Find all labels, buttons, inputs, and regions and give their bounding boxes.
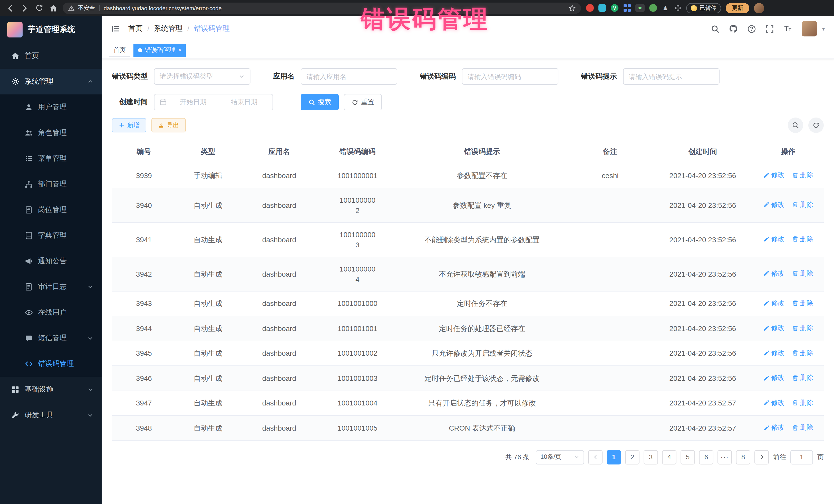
next-page-button[interactable] — [754, 450, 769, 464]
extensions-puzzle-icon[interactable] — [674, 4, 682, 12]
refresh-icon[interactable] — [808, 117, 824, 133]
sidebar-item-tools[interactable]: 研发工具 — [0, 402, 102, 428]
extension-v-icon[interactable]: V — [611, 4, 618, 12]
extension-grid-icon[interactable] — [623, 4, 631, 12]
browser-home-icon[interactable] — [48, 3, 59, 13]
bookmark-star-icon[interactable] — [569, 4, 576, 12]
edit-link[interactable]: 修改 — [763, 268, 785, 279]
sidebar-item-dept[interactable]: 部门管理 — [0, 171, 102, 197]
delete-link[interactable]: 删除 — [792, 323, 813, 333]
extension-record-icon[interactable] — [586, 4, 594, 12]
help-icon[interactable] — [747, 24, 756, 33]
edit-link[interactable]: 修改 — [763, 422, 785, 433]
sidebar-item-infra[interactable]: 基础设施 — [0, 377, 102, 402]
page-button[interactable]: ··· — [718, 450, 732, 464]
delete-link[interactable]: 删除 — [792, 268, 813, 279]
cell-app: dashboard — [240, 291, 318, 316]
logo-image — [7, 22, 23, 37]
error-code-type-select[interactable]: 请选择错误码类型 — [154, 68, 250, 85]
close-icon[interactable]: × — [178, 47, 181, 53]
breadcrumb-item[interactable]: 系统管理 — [154, 24, 183, 34]
page-size-select[interactable]: 10条/页 — [536, 450, 584, 464]
sidebar-item-post[interactable]: 岗位管理 — [0, 197, 102, 223]
extension-proxy-icon[interactable]: on — [635, 4, 644, 12]
edit-link[interactable]: 修改 — [763, 348, 785, 358]
prev-page-button[interactable] — [588, 450, 602, 464]
page-button[interactable]: 3 — [643, 450, 658, 464]
delete-link[interactable]: 删除 — [792, 298, 813, 308]
reload-icon[interactable] — [34, 3, 44, 13]
page-button[interactable]: 5 — [681, 450, 695, 464]
edit-icon — [763, 236, 770, 242]
delete-link[interactable]: 删除 — [792, 348, 813, 358]
edit-link[interactable]: 修改 — [763, 200, 785, 210]
address-bar[interactable]: 不安全 dashboard.yudao.iocoder.cn/system/er… — [63, 2, 581, 14]
reset-button[interactable]: 重置 — [344, 94, 382, 110]
sidebar-item-system[interactable]: 系统管理 — [0, 69, 102, 94]
sidebar-item-online[interactable]: 在线用户 — [0, 300, 102, 325]
browser-avatar[interactable] — [754, 3, 764, 13]
cell-app: dashboard — [240, 316, 318, 341]
page-button[interactable]: 6 — [699, 450, 714, 464]
sidebar-item-label: 在线用户 — [38, 308, 67, 317]
forward-icon[interactable] — [20, 3, 30, 13]
cell-code: 1001001005 — [318, 415, 396, 440]
sidebar-item-role[interactable]: 角色管理 — [0, 120, 102, 146]
delete-link[interactable]: 删除 — [792, 200, 813, 210]
export-button[interactable]: 导出 — [151, 118, 186, 132]
user-avatar[interactable] — [802, 21, 817, 37]
delete-link[interactable]: 删除 — [792, 397, 813, 408]
font-size-icon[interactable] — [783, 24, 792, 34]
edit-link[interactable]: 修改 — [763, 323, 785, 333]
cell-id: 3941 — [112, 222, 176, 257]
delete-link[interactable]: 删除 — [792, 373, 813, 383]
sidebar-item-menu[interactable]: 菜单管理 — [0, 146, 102, 171]
extension-teal-icon[interactable] — [598, 4, 606, 12]
sidebar-item-audit[interactable]: 审计日志 — [0, 274, 102, 300]
column-header: 类型 — [176, 141, 240, 163]
hamburger-icon[interactable] — [111, 24, 120, 34]
app-name-input[interactable] — [301, 68, 397, 85]
delete-link[interactable]: 删除 — [792, 234, 813, 244]
tag-item[interactable]: 首页 — [109, 43, 130, 57]
sidebar-item-user[interactable]: 用户管理 — [0, 94, 102, 120]
tag-item[interactable]: 错误码管理× — [133, 43, 186, 57]
breadcrumb-item[interactable]: 错误码管理 — [194, 24, 230, 34]
github-icon[interactable] — [729, 24, 738, 34]
error-hint-input[interactable] — [623, 68, 720, 85]
sidebar-item-dict[interactable]: 字典管理 — [0, 223, 102, 248]
page-button[interactable]: 4 — [662, 450, 676, 464]
update-button[interactable]: 更新 — [726, 3, 749, 13]
edit-link[interactable]: 修改 — [763, 234, 785, 244]
table-row: 3939手动编辑dashboard1001000001参数配置不存在ceshi2… — [112, 163, 824, 188]
breadcrumb-item[interactable]: 首页 — [128, 24, 143, 34]
caret-down-icon[interactable]: ▾ — [822, 26, 825, 31]
paused-badge[interactable]: 已暂停 — [686, 3, 721, 13]
goto-page-input[interactable] — [790, 450, 813, 464]
edit-link[interactable]: 修改 — [763, 298, 785, 308]
extension-pin-icon[interactable]: ♟ — [662, 4, 669, 12]
page-button[interactable]: 1 — [607, 450, 621, 464]
edit-icon — [763, 424, 770, 431]
page-button[interactable]: 8 — [736, 450, 750, 464]
sidebar-item-home[interactable]: 首页 — [0, 43, 102, 69]
delete-link[interactable]: 删除 — [792, 170, 813, 180]
extension-green-icon[interactable] — [649, 4, 657, 12]
date-range-picker[interactable]: 开始日期 - 结束日期 — [154, 94, 273, 110]
add-button[interactable]: 新增 — [112, 118, 146, 132]
error-code-input[interactable] — [462, 68, 558, 85]
chevron-down-icon — [87, 412, 93, 418]
sidebar-item-sms[interactable]: 短信管理 — [0, 325, 102, 351]
page-button[interactable]: 2 — [625, 450, 639, 464]
search-icon[interactable] — [711, 24, 720, 33]
toggle-search-icon[interactable] — [788, 117, 803, 133]
sidebar-item-notice[interactable]: 通知公告 — [0, 248, 102, 274]
edit-link[interactable]: 修改 — [763, 170, 785, 180]
back-icon[interactable] — [5, 3, 15, 13]
edit-link[interactable]: 修改 — [763, 373, 785, 383]
sidebar-item-error-code[interactable]: 错误码管理 — [0, 351, 102, 377]
delete-link[interactable]: 删除 — [792, 422, 813, 433]
fullscreen-icon[interactable] — [765, 24, 774, 33]
search-button[interactable]: 搜索 — [301, 94, 339, 110]
edit-link[interactable]: 修改 — [763, 397, 785, 408]
